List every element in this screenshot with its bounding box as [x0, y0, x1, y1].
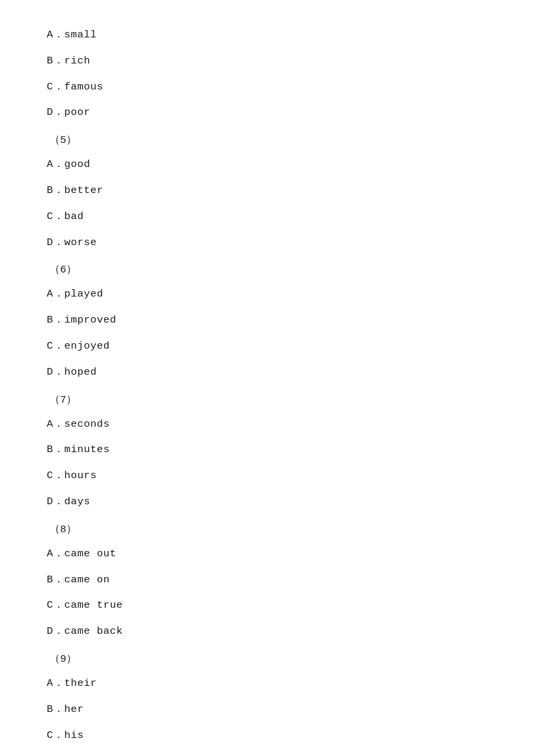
question-group-8: （8） A．came out B．came on C．came true D．c… [47, 522, 487, 640]
option-c: C．enjoyed [47, 338, 487, 355]
option-b: B．her [47, 701, 487, 718]
question-group-9: （9） A．their B．her C．his D．our [47, 652, 487, 756]
question-number-8: （8） [47, 522, 487, 536]
option-d: D．poor [47, 104, 487, 121]
option-a: A．their [47, 675, 487, 692]
question-group-6: （6） A．played B．improved C．enjoyed D．hope… [47, 262, 487, 380]
option-c: C．came true [47, 597, 487, 614]
option-a: A．good [47, 156, 487, 173]
question-group-4: A．small B．rich C．famous D．poor [47, 27, 487, 121]
option-c: C．bad [47, 208, 487, 225]
option-b: B．improved [47, 312, 487, 329]
question-group-7: （7） A．seconds B．minutes C．hours D．days [47, 393, 487, 510]
option-d: D．worse [47, 234, 487, 251]
option-a: A．came out [47, 546, 487, 562]
option-a: A．small [47, 27, 487, 43]
option-c: C．hours [47, 467, 487, 484]
option-a: A．seconds [47, 416, 487, 433]
page-content: A．small B．rich C．famous D．poor （5） A．goo… [0, 0, 534, 756]
option-a: A．played [47, 286, 487, 303]
option-d: D．our [47, 753, 487, 756]
option-b: B．came on [47, 572, 487, 588]
option-d: D．hoped [47, 364, 487, 381]
question-number-5: （5） [47, 133, 487, 147]
question-number-9: （9） [47, 652, 487, 666]
option-d: D．days [47, 494, 487, 510]
question-number-7: （7） [47, 393, 487, 407]
question-group-5: （5） A．good B．better C．bad D．worse [47, 133, 487, 250]
option-c: C．famous [47, 79, 487, 96]
option-b: B．better [47, 182, 487, 199]
option-b: B．minutes [47, 441, 487, 458]
question-number-6: （6） [47, 262, 487, 276]
option-c: C．his [47, 727, 487, 744]
option-b: B．rich [47, 53, 487, 69]
option-d: D．came back [47, 623, 487, 640]
